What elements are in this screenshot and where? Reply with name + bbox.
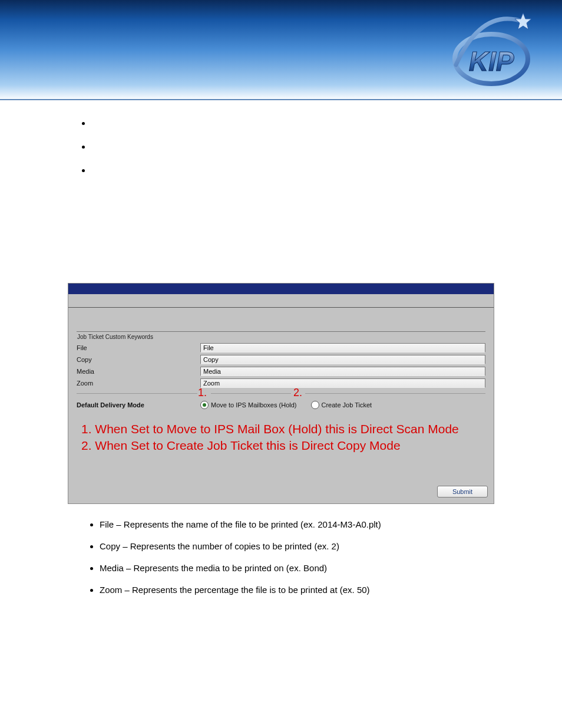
annotation-notes: 1. When Set to Move to IPS Mail Box (Hol… [68,410,494,456]
fieldset-legend: Job Ticket Custom Keywords [75,334,155,340]
list-item: Media – Represents the media to be print… [100,563,494,573]
field-label-file: File [77,344,200,351]
svg-text:KIP: KIP [469,46,514,77]
radio-label: Move to IPS Mailboxes (Hold) [211,401,297,409]
keywords-fieldset: Job Ticket Custom Keywords File Copy Med… [77,328,485,410]
kip-logo: KIP [450,12,533,88]
annotation-note-1: 1. When Set to Move to IPS Mail Box (Hol… [81,421,481,437]
top-bullet-list: . . . [68,118,494,189]
field-label-zoom: Zoom [77,380,200,387]
panel-titlebar [68,284,494,294]
definitions-list: File – Represents the name of the file t… [68,519,494,595]
list-item: Copy – Represents the number of copies t… [100,541,494,551]
radio-create-job-ticket[interactable]: Create Job Ticket [311,401,372,409]
list-item: . [91,118,494,141]
radio-icon [311,401,319,409]
radio-icon [200,401,209,409]
annotation-row: 1. 2. [77,389,485,400]
copy-field[interactable] [200,355,485,364]
list-item: File – Represents the name of the file t… [100,519,494,529]
field-label-media: Media [77,368,200,375]
media-field[interactable] [200,367,485,376]
field-label-copy: Copy [77,356,200,363]
panel-subbar [68,294,494,308]
delivery-mode-label: Default Delivery Mode [77,401,200,409]
submit-button[interactable]: Submit [437,486,488,498]
annotation-1: 1. [198,387,207,399]
settings-panel: Job Ticket Custom Keywords File Copy Med… [68,283,494,504]
file-field[interactable] [200,343,485,353]
list-item: . [91,165,494,189]
radio-move-to-ips[interactable]: Move to IPS Mailboxes (Hold) [200,401,297,409]
radio-label: Create Job Ticket [322,401,372,409]
annotation-2: 2. [293,387,302,399]
annotation-note-2: 2. When Set to Create Job Ticket this is… [81,437,481,454]
zoom-field[interactable] [200,378,485,388]
list-item: Zoom – Represents the percentage the fil… [100,585,494,595]
list-item: . [91,141,494,165]
header-banner: KIP [0,0,562,100]
